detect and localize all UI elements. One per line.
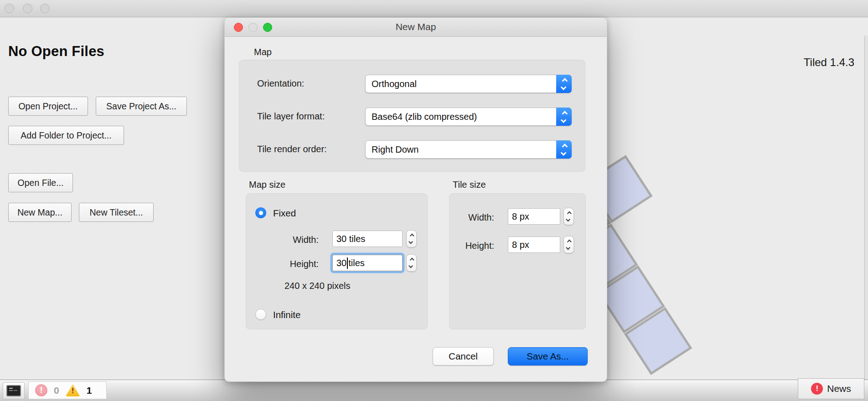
chevron-up-down-icon xyxy=(556,108,572,126)
stepper-down-icon[interactable] xyxy=(566,217,570,222)
tile-width-stepper[interactable] xyxy=(563,208,574,225)
map-width-input[interactable]: 30 tiles xyxy=(332,231,403,247)
stepper-up-icon[interactable] xyxy=(410,234,414,238)
save-as-button[interactable]: Save As... xyxy=(508,347,588,365)
main-minimize-button[interactable] xyxy=(23,4,32,13)
fixed-radio[interactable] xyxy=(255,207,266,218)
issue-counts-panel[interactable]: ! 0 ! 1 xyxy=(28,381,107,399)
stepper-down-icon[interactable] xyxy=(408,240,413,244)
map-height-input[interactable]: 30tiles xyxy=(332,255,403,271)
infinite-radio[interactable] xyxy=(255,309,266,320)
stepper-down-icon[interactable] xyxy=(408,264,413,268)
dialog-titlebar[interactable]: New Map xyxy=(225,18,607,37)
cancel-button[interactable]: Cancel xyxy=(433,347,494,365)
console-toggle-button[interactable] xyxy=(3,382,25,399)
map-height-stepper[interactable] xyxy=(406,254,417,272)
main-zoom-button[interactable] xyxy=(40,4,50,13)
stepper-up-icon[interactable] xyxy=(567,240,572,244)
tile-size-section-label: Tile size xyxy=(453,180,486,190)
warning-icon: ! xyxy=(66,384,80,396)
stepper-up-icon[interactable] xyxy=(567,211,572,216)
news-label: News xyxy=(827,383,851,394)
stepper-down-icon[interactable] xyxy=(566,246,570,250)
main-close-button[interactable] xyxy=(5,4,14,13)
tile-width-label: Width: xyxy=(460,212,494,223)
tile-width-input[interactable]: 8 px xyxy=(508,208,560,225)
tile-height-label: Height: xyxy=(457,241,494,251)
new-map-dialog: New Map Map Orientation: Orthogonal Tile… xyxy=(224,17,607,382)
map-height-label: Height: xyxy=(282,259,319,269)
error-icon: ! xyxy=(35,384,47,396)
warning-count: 1 xyxy=(87,385,92,396)
map-width-label: Width: xyxy=(284,235,319,245)
fixed-radio-label: Fixed xyxy=(273,208,296,219)
tile-render-order-dropdown[interactable]: Right Down xyxy=(365,140,572,159)
orientation-label: Orientation: xyxy=(257,78,304,89)
chevron-up-down-icon xyxy=(556,75,572,93)
news-button[interactable]: ! News xyxy=(798,378,864,399)
news-alert-icon: ! xyxy=(811,383,823,395)
tile-render-order-label: Tile render order: xyxy=(257,144,327,154)
tile-height-stepper[interactable] xyxy=(563,236,574,253)
text-caret xyxy=(347,257,348,269)
console-icon xyxy=(6,385,21,396)
main-window-titlebar xyxy=(0,0,868,17)
orientation-dropdown[interactable]: Orthogonal xyxy=(365,75,572,93)
map-size-section-label: Map size xyxy=(249,180,285,190)
status-bar: ! 0 ! 1 ! News xyxy=(0,380,868,401)
chevron-up-down-icon xyxy=(556,140,572,159)
map-width-stepper[interactable] xyxy=(406,230,417,247)
tile-height-input[interactable]: 8 px xyxy=(508,236,560,253)
tile-layer-format-label: Tile layer format: xyxy=(257,111,325,122)
infinite-radio-label: Infinite xyxy=(273,309,300,320)
map-pixel-size-summary: 240 x 240 pixels xyxy=(284,281,351,291)
tile-layer-format-dropdown[interactable]: Base64 (zlib compressed) xyxy=(365,108,572,126)
dialog-title: New Map xyxy=(225,21,607,32)
stepper-up-icon[interactable] xyxy=(410,258,414,262)
error-count: 0 xyxy=(54,385,59,396)
map-section-label: Map xyxy=(254,47,272,57)
